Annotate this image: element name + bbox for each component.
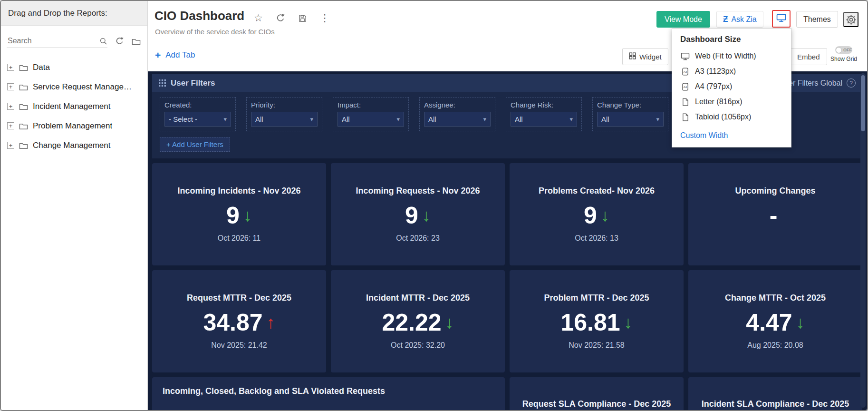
widget-requests-chart[interactable]: Incoming, Closed, Backlog and SLA Violat… (152, 377, 505, 410)
kpi-request-mttr[interactable]: Request MTTR - Dec 2025 34.87 ↑ Nov 2025… (152, 270, 326, 372)
expand-icon[interactable]: + (7, 122, 14, 129)
ask-zia-button[interactable]: Ƶ Ask Zia (716, 11, 763, 28)
filter-label: Created: (164, 101, 231, 109)
sidebar-search-row (1, 26, 147, 55)
dashboard-scrollbar[interactable] (860, 73, 866, 408)
filter-assignee: Assignee: All ▾ (419, 97, 495, 131)
expand-icon[interactable]: + (7, 64, 14, 71)
trend-arrow-icon: ↓ (624, 314, 633, 331)
kpi-change-mttr[interactable]: Change MTTR - Oct 2025 4.47 ↓ Aug 2025: … (688, 270, 862, 372)
kpi-title: Incoming Incidents - Nov 2026 (173, 186, 305, 196)
kpi-title: Incident MTTR - Dec 2025 (361, 293, 474, 303)
expand-icon[interactable]: + (7, 142, 14, 149)
filter-change-type-select[interactable]: All ▾ (597, 112, 664, 127)
size-option-a3[interactable]: A3 A3 (1123px) (672, 64, 791, 79)
filter-impact-select[interactable]: All ▾ (338, 112, 404, 127)
ask-zia-label: Ask Zia (731, 15, 756, 24)
filter-assignee-select[interactable]: All ▾ (424, 112, 491, 127)
trend-arrow-icon: ↓ (422, 207, 431, 224)
kpi-incident-mttr[interactable]: Incident MTTR - Dec 2025 22.22 ↓ Oct 202… (331, 270, 505, 372)
sidebar-header: Drag and Drop the Reports: (1, 1, 147, 26)
widget-request-sla[interactable]: Request SLA Compliance - Dec 2025 (510, 377, 684, 410)
kpi-upcoming-changes[interactable]: Upcoming Changes - (688, 163, 862, 265)
kpi-compare: Nov 2025: 21.58 (569, 341, 624, 350)
settings-gear-icon[interactable] (843, 12, 858, 27)
filter-value: All (342, 115, 396, 123)
favorite-star-icon[interactable]: ☆ (254, 12, 263, 24)
chevron-down-icon: ▾ (656, 116, 659, 123)
reports-sidebar: Drag and Drop the Reports: + Data (1, 1, 148, 410)
filter-priority-select[interactable]: All ▾ (251, 112, 318, 127)
view-mode-button[interactable]: View Mode (656, 11, 710, 28)
refresh-dashboard-icon[interactable] (276, 13, 285, 23)
sidebar-item-service-request[interactable]: + Service Request Manage… (1, 77, 147, 97)
size-option-label: Web (Fit to Width) (695, 52, 756, 60)
size-option-web[interactable]: Web (Fit to Width) (672, 49, 791, 64)
reports-tree: + Data + Service Request Manage… + Incid… (1, 55, 147, 155)
monitor-icon (776, 13, 786, 24)
embed-button[interactable]: Embed (790, 48, 827, 65)
kpi-problem-mttr[interactable]: Problem MTTR - Dec 2025 16.81 ↓ Nov 2025… (510, 270, 684, 372)
kpi-title: Incoming Requests - Nov 2026 (351, 186, 484, 196)
filter-value: All (428, 115, 483, 123)
size-option-label: Tabloid (1056px) (695, 113, 751, 121)
sidebar-item-incident-management[interactable]: + Incident Management (1, 97, 147, 116)
expand-icon[interactable]: + (7, 103, 14, 110)
search-icon[interactable] (99, 37, 107, 45)
save-icon[interactable] (298, 14, 307, 23)
kpi-value: 34.87 (203, 311, 262, 334)
scrollbar-thumb[interactable] (861, 75, 865, 131)
sidebar-item-change-management[interactable]: + Change Management (1, 136, 147, 155)
dashboard-size-button[interactable] (772, 10, 791, 28)
themes-button[interactable]: Themes (796, 11, 838, 28)
filter-change-risk-select[interactable]: All ▾ (511, 112, 577, 127)
folder-icon (19, 83, 28, 91)
filter-impact: Impact: All ▾ (333, 97, 409, 131)
dashboard-size-menu: Dashboard Size Web (Fit to Width) A3 A3 … (672, 28, 791, 147)
folder-icon (19, 64, 28, 71)
expand-icon[interactable]: + (7, 83, 14, 90)
drag-grid-icon[interactable] (159, 79, 166, 87)
kpi-compare: Oct 2026: 23 (396, 234, 440, 243)
app-window: Drag and Drop the Reports: + Data (0, 0, 868, 411)
monitor-icon (680, 52, 690, 60)
kpi-problems-created[interactable]: Problems Created- Nov 2026 9 ↓ Oct 2026:… (510, 163, 684, 265)
custom-width-link[interactable]: Custom Width (672, 125, 791, 147)
search-input[interactable] (7, 34, 99, 48)
user-filters-title: User Filters (171, 78, 215, 88)
tabloid-page-icon (680, 113, 690, 121)
sidebar-item-label: Problem Management (33, 121, 112, 131)
add-tab-button[interactable]: + Add Tab (155, 49, 195, 61)
sidebar-item-label: Data (33, 63, 50, 72)
kpi-incoming-incidents[interactable]: Incoming Incidents - Nov 2026 9 ↓ Oct 20… (152, 163, 326, 265)
kpi-value: 22.22 (382, 311, 441, 334)
sidebar-item-label: Service Request Manage… (33, 82, 132, 92)
filter-created-select[interactable]: - Select - ▾ (164, 112, 231, 127)
kpi-compare: Nov 2025: 21.42 (211, 341, 267, 350)
sidebar-item-data[interactable]: + Data (1, 58, 147, 77)
show-grid-toggle[interactable]: OFF (835, 46, 852, 54)
folder-view-icon[interactable] (132, 38, 141, 45)
trend-arrow-icon: ↑ (267, 314, 275, 331)
add-user-filters-button[interactable]: + Add User Filters (160, 137, 230, 152)
size-option-letter[interactable]: Letter (816px) (672, 94, 791, 109)
kpi-incoming-requests[interactable]: Incoming Requests - Nov 2026 9 ↓ Oct 202… (331, 163, 505, 265)
sidebar-item-problem-management[interactable]: + Problem Management (1, 116, 147, 136)
help-icon[interactable]: ? (847, 78, 856, 88)
add-tab-label: Add Tab (165, 50, 195, 60)
kpi-title: Problems Created- Nov 2026 (534, 186, 659, 196)
widget-incident-sla[interactable]: Incident SLA Compliance - Dec 2025 (688, 377, 862, 410)
refresh-reports-icon[interactable] (115, 37, 124, 46)
kpi-title: Change MTTR - Oct 2025 (720, 293, 830, 303)
size-option-tabloid[interactable]: Tabloid (1056px) (672, 109, 791, 125)
kpi-value: 9 (405, 204, 418, 227)
kpi-compare: Oct 2025: 32.20 (391, 341, 445, 350)
search-box[interactable] (7, 34, 107, 48)
bottom-widgets-row: Incoming, Closed, Backlog and SLA Violat… (152, 377, 862, 410)
kpi-value: - (770, 204, 778, 227)
more-options-icon[interactable]: ⋮ (320, 12, 330, 24)
widget-button[interactable]: Widget (622, 48, 668, 65)
size-option-a4[interactable]: A4 A4 (797px) (672, 79, 791, 94)
kpi-value: 16.81 (560, 311, 620, 334)
a3-page-icon: A3 (680, 68, 690, 76)
